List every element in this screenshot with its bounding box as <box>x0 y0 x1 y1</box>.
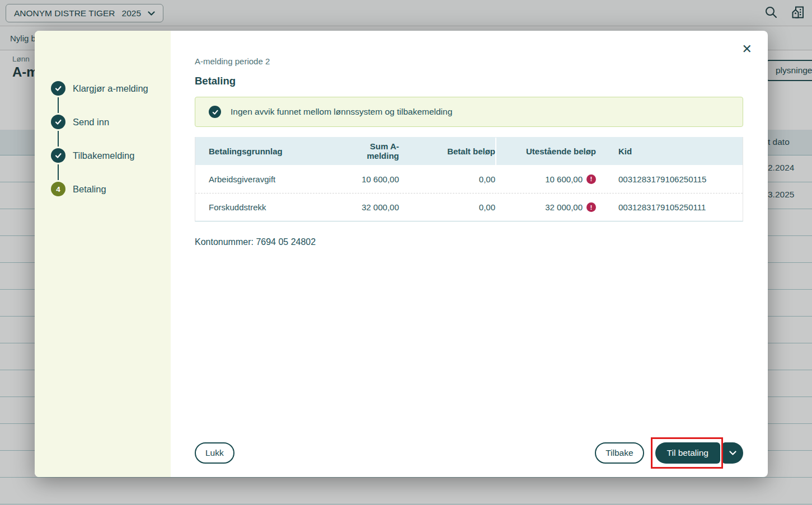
red-highlight-box: Til betaling <box>655 442 720 464</box>
modal-title: Betaling <box>195 75 743 87</box>
til-betaling-split-button: Til betaling <box>655 442 743 464</box>
a-melding-wizard-modal: Klargjør a-melding Send inn Tilbakemeldi… <box>35 31 768 477</box>
step-send-inn[interactable]: Send inn <box>51 115 171 129</box>
check-icon <box>51 148 65 163</box>
close-icon[interactable]: ✕ <box>742 43 752 55</box>
modal-footer: Lukk Tilbake Til betaling <box>195 442 743 464</box>
warning-icon[interactable]: ! <box>586 202 596 212</box>
step-tilbakemelding[interactable]: Tilbakemelding <box>51 148 171 163</box>
tilbake-button[interactable]: Tilbake <box>595 442 644 464</box>
banner-message: Ingen avvik funnet mellom lønnssystem og… <box>231 107 452 117</box>
cell-betalt: 0,00 <box>399 174 495 184</box>
wizard-steps-sidebar: Klargjør a-melding Send inn Tilbakemeldi… <box>35 31 171 477</box>
modal-content: ✕ A-melding periode 2 Betaling Ingen avv… <box>171 31 768 477</box>
col-betalingsgrunnlag: Betalingsgrunnlag <box>209 147 343 156</box>
payment-table: Betalingsgrunnlag Sum A-melding Betalt b… <box>195 137 743 221</box>
til-betaling-dropdown-button[interactable] <box>722 442 743 464</box>
payment-table-header: Betalingsgrunnlag Sum A-melding Betalt b… <box>195 137 743 165</box>
lukk-button[interactable]: Lukk <box>195 442 234 464</box>
cell-grunnlag: Forskuddstrekk <box>209 202 343 212</box>
col-betalt-belop: Betalt beløp <box>399 147 495 156</box>
check-icon <box>51 115 65 129</box>
cell-sum: 10 600,00 <box>343 174 399 184</box>
check-icon <box>209 106 221 118</box>
step-label: Betaling <box>73 184 106 195</box>
step-number-badge: 4 <box>51 182 65 196</box>
warning-icon[interactable]: ! <box>586 174 596 184</box>
cell-sum: 32 000,00 <box>343 202 399 212</box>
step-label: Tilbakemelding <box>73 150 134 161</box>
col-utestaende-belop: Utestående beløp <box>495 147 596 156</box>
step-klargjor-a-melding[interactable]: Klargjør a-melding <box>51 81 171 96</box>
col-sum-a-melding: Sum A-melding <box>343 141 399 161</box>
col-kid: Kid <box>596 147 729 156</box>
cell-grunnlag: Arbeidsgiveravgift <box>209 174 343 184</box>
til-betaling-button[interactable]: Til betaling <box>655 442 720 464</box>
account-number: Kontonummer: 7694 05 24802 <box>195 237 743 247</box>
success-banner: Ingen avvik funnet mellom lønnssystem og… <box>195 97 743 127</box>
table-row-forskuddstrekk: Forskuddstrekk 32 000,00 0,00 32 000,00 … <box>195 193 743 221</box>
table-row-arbeidsgiveravgift: Arbeidsgiveravgift 10 600,00 0,00 10 600… <box>195 165 743 193</box>
step-label: Send inn <box>73 117 109 128</box>
step-betaling-current[interactable]: 4 Betaling <box>51 182 171 196</box>
column-divider <box>495 138 496 165</box>
cell-utestaende: 10 600,00 ! <box>495 174 596 184</box>
cell-utestaende: 32 000,00 ! <box>495 202 596 212</box>
cell-kid: 0031283179106250115 <box>596 174 729 184</box>
modal-eyebrow: A-melding periode 2 <box>195 56 743 66</box>
check-icon <box>51 81 65 96</box>
cell-betalt: 0,00 <box>399 202 495 212</box>
step-label: Klargjør a-melding <box>73 83 148 94</box>
cell-kid: 0031283179105250111 <box>596 202 729 212</box>
